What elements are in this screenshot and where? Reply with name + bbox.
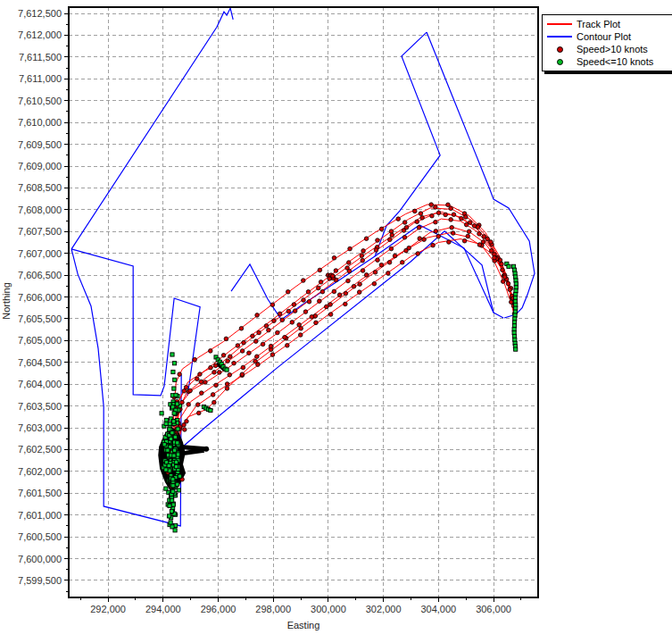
svg-text:7,612,000: 7,612,000 — [18, 29, 62, 40]
legend-item-label: Speed>10 knots — [573, 44, 648, 54]
svg-text:306,000: 306,000 — [476, 604, 511, 614]
svg-text:7,607,000: 7,607,000 — [18, 248, 62, 259]
svg-text:7,604,000: 7,604,000 — [18, 379, 62, 389]
svg-text:7,602,000: 7,602,000 — [18, 466, 62, 477]
legend-item-speed-gt10: Speed>10 knots — [546, 43, 671, 55]
svg-text:292,000: 292,000 — [90, 604, 126, 614]
svg-text:294,000: 294,000 — [145, 604, 181, 614]
svg-text:7,606,000: 7,606,000 — [18, 292, 62, 303]
svg-text:7,599,500: 7,599,500 — [18, 575, 62, 586]
svg-text:7,601,000: 7,601,000 — [18, 510, 62, 521]
svg-text:300,000: 300,000 — [311, 604, 346, 614]
svg-text:7,609,500: 7,609,500 — [18, 139, 62, 150]
track-plot-figure: 292,000294,000296,000298,000300,000302,0… — [0, 0, 672, 643]
svg-text:7,610,000: 7,610,000 — [18, 117, 62, 128]
x-axis-title: Easting — [69, 620, 538, 630]
legend-item-label: Speed<=10 knots — [573, 56, 653, 67]
fast-dot-swatch-icon — [546, 46, 573, 53]
legend: Track Plot Contour Plot Speed>10 knots S… — [542, 14, 672, 71]
svg-text:304,000: 304,000 — [420, 604, 456, 614]
svg-text:7,600,000: 7,600,000 — [18, 554, 62, 564]
track-line-swatch-icon — [546, 23, 573, 25]
svg-text:7,611,500: 7,611,500 — [19, 52, 62, 63]
svg-text:7,609,000: 7,609,000 — [18, 161, 62, 171]
svg-text:298,000: 298,000 — [255, 604, 291, 614]
svg-text:7,605,000: 7,605,000 — [18, 335, 62, 346]
axis-ticks-and-labels: 292,000294,000296,000298,000300,000302,0… — [18, 8, 521, 614]
svg-text:7,608,500: 7,608,500 — [18, 182, 62, 193]
legend-item-speed-le10: Speed<=10 knots — [546, 55, 671, 68]
plot-canvas: 292,000294,000296,000298,000300,000302,0… — [0, 0, 672, 643]
legend-item-label: Contour Plot — [573, 31, 631, 42]
svg-text:7,605,500: 7,605,500 — [18, 313, 62, 324]
svg-text:7,604,500: 7,604,500 — [18, 357, 62, 368]
svg-text:7,600,500: 7,600,500 — [18, 531, 62, 542]
contour-line-swatch-icon — [546, 36, 573, 38]
svg-text:7,610,500: 7,610,500 — [18, 96, 62, 106]
data-layer — [71, 8, 535, 532]
svg-text:296,000: 296,000 — [201, 604, 236, 614]
legend-item-track-plot: Track Plot — [546, 18, 671, 30]
svg-text:7,611,000: 7,611,000 — [19, 73, 62, 84]
speed-le10-markers — [160, 262, 518, 532]
svg-text:7,607,500: 7,607,500 — [18, 226, 62, 237]
svg-text:7,612,500: 7,612,500 — [18, 8, 62, 19]
svg-text:7,606,500: 7,606,500 — [18, 270, 62, 280]
svg-text:7,601,500: 7,601,500 — [18, 488, 62, 498]
svg-text:7,603,000: 7,603,000 — [18, 422, 62, 433]
legend-item-contour-plot: Contour Plot — [546, 30, 671, 43]
svg-text:7,603,500: 7,603,500 — [18, 401, 62, 412]
contour-plot-lines — [71, 8, 535, 526]
svg-text:302,000: 302,000 — [366, 604, 402, 614]
slow-dot-swatch-icon — [546, 59, 573, 65]
y-axis-title: Northing — [1, 270, 12, 332]
svg-text:7,602,500: 7,602,500 — [18, 444, 62, 455]
legend-item-label: Track Plot — [573, 19, 620, 29]
svg-text:7,608,000: 7,608,000 — [18, 205, 62, 215]
